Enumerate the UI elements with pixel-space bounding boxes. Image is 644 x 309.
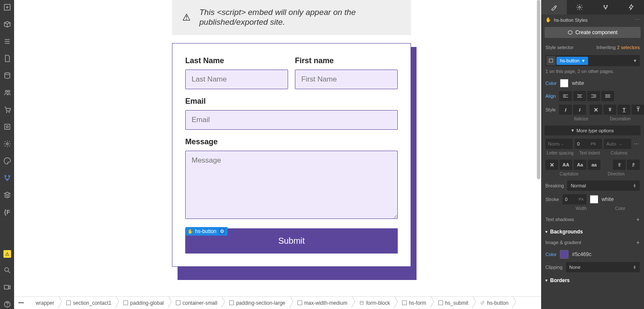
last-name-label: Last Name [185, 56, 288, 65]
inheriting-selectors-link[interactable]: 2 selectors [617, 45, 640, 50]
align-right-button[interactable] [587, 91, 600, 101]
decoration-underline-button[interactable]: T [618, 105, 630, 115]
letter-spacing-input[interactable]: - [545, 139, 573, 149]
breadcrumb-item-wrapper[interactable]: wrapper [28, 297, 58, 309]
finsweet-icon[interactable]: {F [3, 207, 12, 217]
ecommerce-icon[interactable] [3, 105, 12, 114]
italic-normal-button[interactable]: I [559, 105, 572, 115]
add-text-shadow-button[interactable]: + [636, 216, 640, 223]
email-input[interactable] [185, 110, 398, 130]
capitalize-none-button[interactable]: ✕ [545, 160, 558, 170]
direction-ltr-button[interactable] [613, 160, 626, 170]
add-image-gradient-button[interactable]: + [636, 239, 640, 246]
chevron-down-icon: ▾ [582, 58, 585, 64]
stroke-color-value[interactable]: white [602, 196, 614, 202]
pages-icon[interactable] [3, 54, 12, 63]
decoration-overline-button[interactable]: T [632, 105, 644, 115]
direction-rtl-button[interactable] [627, 160, 640, 170]
settings-icon[interactable] [3, 139, 12, 149]
message-label: Message [185, 137, 398, 146]
grab-icon: ✋ [545, 17, 551, 23]
align-left-button[interactable] [559, 91, 572, 101]
decoration-strike-button[interactable]: T [603, 105, 616, 115]
svg-point-14 [5, 175, 6, 177]
selector-type-icon[interactable] [546, 56, 556, 65]
styles-menu-icon[interactable]: ⋯ [635, 17, 640, 23]
users-icon[interactable] [3, 88, 12, 97]
breadcrumb-item-max-width[interactable]: max-width-medium [290, 297, 352, 309]
branch-icon[interactable] [3, 173, 12, 183]
more-type-options-button[interactable]: ▾More type options [545, 125, 641, 135]
selection-settings-icon[interactable]: ⚙ [219, 228, 225, 234]
italic-button[interactable]: I [573, 105, 586, 115]
assets-icon[interactable] [3, 190, 12, 200]
svg-point-17 [5, 268, 9, 271]
text-color-swatch[interactable] [560, 79, 568, 87]
styles-title: hs-button Styles [554, 17, 588, 23]
backgrounds-section-header[interactable]: ▾Backgrounds [541, 225, 644, 236]
tab-effects[interactable] [618, 0, 644, 15]
layout-icon[interactable] [3, 37, 12, 46]
breadcrumb-item-padding-global[interactable]: padding-global [116, 297, 168, 309]
logic-icon[interactable] [3, 122, 12, 131]
last-name-input[interactable] [185, 70, 288, 89]
search-icon[interactable] [3, 265, 12, 275]
svg-line-18 [8, 271, 10, 273]
help-icon[interactable] [3, 300, 12, 309]
canvas: ⚠ This <script> embed will only appear o… [14, 0, 541, 296]
audit-icon[interactable]: ⚠ [3, 250, 11, 258]
style-label: Style [545, 107, 556, 112]
borders-section-header[interactable]: ▾Borders [541, 274, 644, 285]
decoration-none-button[interactable]: ✕ [589, 105, 602, 115]
breadcrumb-item-hs-form[interactable]: hs-form [394, 297, 431, 309]
breadcrumb-item-form-block[interactable]: form-block [352, 297, 394, 309]
breadcrumb-item-hs-submit[interactable]: hs_submit [431, 297, 473, 309]
svg-point-15 [9, 175, 10, 177]
bg-color-value[interactable]: #5c469c [572, 251, 591, 257]
warning-icon: ⚠ [182, 12, 191, 23]
message-textarea[interactable] [185, 151, 398, 219]
svg-point-12 [6, 126, 8, 128]
stroke-color-swatch[interactable] [590, 195, 598, 204]
breadcrumb-item-padding-section[interactable]: padding-section-large [221, 297, 289, 309]
clipping-select[interactable]: None ▲▼ [566, 262, 640, 272]
breadcrumb-item-hs-button[interactable]: hs-button [472, 297, 513, 309]
tab-interactions[interactable] [593, 0, 618, 15]
palette-icon[interactable] [3, 156, 12, 166]
breadcrumb-item-container[interactable]: container-small [168, 297, 221, 309]
create-component-button[interactable]: Create component [545, 27, 641, 38]
tab-settings[interactable] [567, 0, 592, 15]
svg-rect-11 [5, 124, 10, 129]
style-panel: ✋ hs-button Styles ⋯ Create component St… [541, 0, 644, 309]
cms-icon[interactable] [3, 71, 12, 80]
stroke-width-input[interactable]: PX [562, 194, 586, 204]
breaking-select[interactable]: Normal ▲▼ [567, 181, 640, 191]
selector-tag[interactable]: hs-button▾ [557, 57, 588, 65]
canvas-scrollbar[interactable] [538, 0, 541, 296]
capitalize-title-button[interactable]: Aa [574, 160, 586, 170]
text-indent-input[interactable]: PX [574, 139, 602, 149]
type-more-icon[interactable]: ⋯ [633, 141, 640, 147]
columns-input[interactable]: - [604, 139, 631, 149]
svg-rect-28 [549, 59, 553, 62]
selector-states-dropdown[interactable]: ▾ [631, 58, 639, 64]
text-color-value[interactable]: white [572, 80, 584, 86]
align-justify-button[interactable] [601, 91, 614, 101]
capitalize-lower-button[interactable]: aa [588, 160, 600, 170]
selector-input[interactable]: hs-button▾ ▾ [545, 55, 640, 66]
first-name-input[interactable] [295, 70, 398, 89]
capitalize-upper-button[interactable]: AA [559, 160, 572, 170]
align-center-button[interactable] [573, 91, 586, 101]
svg-point-10 [9, 112, 9, 113]
text-shadows-label: Text shadows [545, 217, 574, 222]
video-icon[interactable] [3, 283, 12, 292]
selection-badge[interactable]: ✋ hs-button ⚙ [186, 227, 227, 236]
bg-color-swatch[interactable] [560, 250, 568, 259]
breadcrumb-more[interactable]: ••• [14, 297, 28, 309]
breaking-label: Breaking [545, 183, 564, 188]
breadcrumb-item-section[interactable]: section_contact1 [58, 297, 116, 309]
tab-style[interactable] [541, 0, 567, 15]
bg-color-label: Color [545, 252, 557, 257]
box-icon[interactable] [3, 20, 12, 29]
add-element-icon[interactable] [3, 3, 12, 12]
